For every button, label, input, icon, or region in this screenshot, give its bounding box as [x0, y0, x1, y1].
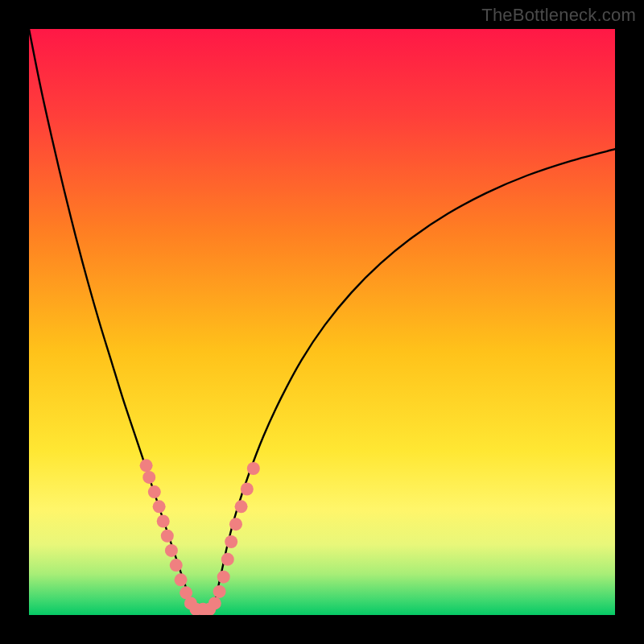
watermark-text: TheBottleneck.com	[481, 5, 636, 26]
gradient-background	[29, 29, 615, 615]
chart-frame: TheBottleneck.com	[0, 0, 644, 644]
svg-rect-0	[29, 29, 615, 615]
plot-area	[29, 29, 615, 615]
